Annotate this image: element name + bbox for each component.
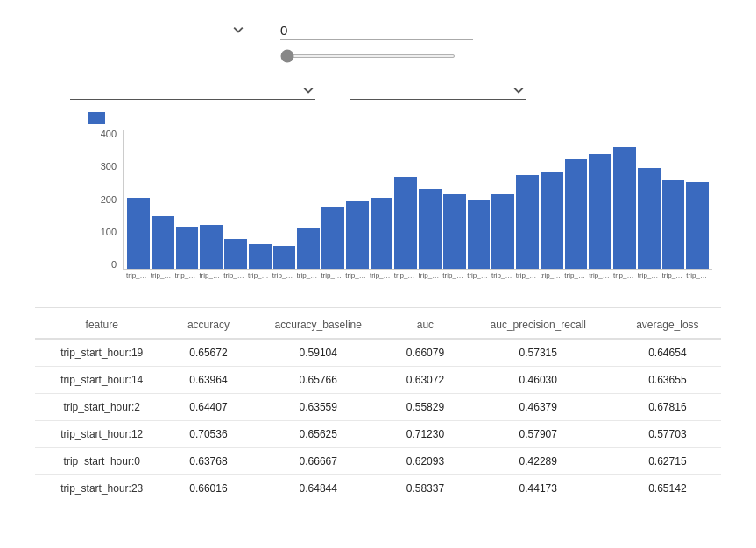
visualization-dropdown-arrow — [233, 25, 244, 35]
bar-2[interactable] — [176, 227, 199, 269]
bar-col-22 — [662, 130, 685, 269]
table-row: trip_start_hour:190.656720.591040.660790… — [35, 339, 721, 367]
bar-col-3 — [200, 130, 223, 269]
table-row: trip_start_hour:140.639640.657660.630720… — [35, 367, 721, 394]
table-cell-r5-c0: trip_start_hour:23 — [35, 475, 168, 502]
bar-22[interactable] — [662, 180, 685, 269]
table-cell-r2-c5: 0.67816 — [614, 394, 721, 421]
bar-col-18 — [565, 130, 588, 269]
table-cell-r1-c0: trip_start_hour:14 — [35, 367, 168, 394]
table-cell-r4-c4: 0.42289 — [463, 448, 614, 475]
x-label-0: trip_s... — [126, 271, 149, 279]
table-cell-r1-c3: 0.63072 — [388, 367, 463, 394]
table-row: trip_start_hour:120.705360.656250.712300… — [35, 421, 721, 448]
table-cell-r3-c3: 0.71230 — [388, 421, 463, 448]
bar-13[interactable] — [443, 194, 466, 269]
y-label-300: 300 — [101, 162, 117, 172]
x-label-19: trip_s... — [589, 271, 611, 279]
sortby-dropdown-arrow — [513, 85, 524, 95]
table-cell-r2-c3: 0.55829 — [388, 394, 463, 421]
bar-11[interactable] — [394, 177, 417, 269]
table-cell-r1-c4: 0.46030 — [463, 367, 614, 394]
bar-3[interactable] — [200, 225, 223, 269]
bar-5[interactable] — [249, 244, 272, 269]
threshold-input[interactable] — [280, 21, 473, 40]
table-row: trip_start_hour:20.644070.635590.558290.… — [35, 394, 721, 421]
sortby-dropdown[interactable] — [350, 81, 526, 100]
bar-16[interactable] — [516, 175, 539, 269]
x-label-10: trip_s... — [370, 271, 392, 279]
x-label-22: trip_s... — [662, 271, 685, 279]
bar-18[interactable] — [565, 159, 588, 269]
bar-12[interactable] — [419, 189, 442, 269]
bar-8[interactable] — [321, 207, 344, 269]
x-label-8: trip_s... — [321, 271, 343, 279]
table-cell-r0-c5: 0.64654 — [614, 339, 721, 367]
table-cell-r1-c5: 0.63655 — [614, 367, 721, 394]
table-cell-r5-c2: 0.64844 — [248, 475, 388, 502]
bar-7[interactable] — [297, 228, 320, 269]
x-label-20: trip_s... — [613, 271, 636, 279]
sortby-group — [350, 76, 526, 100]
bar-19[interactable] — [589, 154, 611, 269]
table-cell-r3-c4: 0.57907 — [463, 421, 614, 448]
bar-10[interactable] — [371, 198, 393, 269]
legend-color-box — [88, 112, 105, 124]
bar-4[interactable] — [224, 239, 247, 269]
table-cell-r5-c1: 0.66016 — [168, 475, 248, 502]
table-cell-r4-c0: trip_start_hour:0 — [35, 448, 168, 475]
bar-col-19 — [589, 130, 611, 269]
bar-6[interactable] — [273, 246, 296, 269]
bar-col-13 — [443, 130, 466, 269]
bar-23[interactable] — [686, 182, 709, 269]
visualization-dropdown[interactable] — [70, 21, 245, 39]
bar-17[interactable] — [541, 172, 563, 269]
top-controls — [0, 0, 756, 69]
x-label-17: trip_s... — [541, 271, 563, 279]
bar-col-21 — [638, 130, 661, 269]
bar-9[interactable] — [346, 201, 369, 270]
col-header-feature: feature — [35, 312, 168, 339]
bar-col-12 — [419, 130, 442, 269]
bar-col-6 — [273, 130, 296, 269]
threshold-slider[interactable] — [280, 54, 456, 58]
threshold-group — [280, 16, 473, 60]
bar-col-20 — [613, 130, 636, 269]
table-cell-r5-c5: 0.65142 — [614, 475, 721, 502]
x-label-21: trip_s... — [638, 271, 661, 279]
bar-1[interactable] — [152, 216, 174, 269]
bar-21[interactable] — [638, 168, 661, 269]
show-dropdown[interactable] — [70, 81, 315, 100]
bar-14[interactable] — [468, 200, 491, 270]
table-cell-r4-c1: 0.63768 — [168, 448, 248, 475]
x-label-5: trip_s... — [248, 271, 271, 279]
bar-col-11 — [394, 130, 417, 269]
bar-15[interactable] — [491, 194, 514, 269]
bars-wrapper — [123, 130, 712, 270]
bar-col-15 — [491, 130, 514, 269]
table-cell-r0-c2: 0.59104 — [248, 339, 388, 367]
chart-section: 0 100 200 300 400 trip_s...trip_s...trip… — [0, 105, 756, 295]
table-cell-r0-c3: 0.66079 — [388, 339, 463, 367]
table-cell-r4-c3: 0.62093 — [388, 448, 463, 475]
table-row: trip_start_hour:00.637680.666670.620930.… — [35, 448, 721, 475]
bar-col-14 — [468, 130, 491, 269]
table-cell-r3-c1: 0.70536 — [168, 421, 248, 448]
bar-col-2 — [176, 130, 199, 269]
col-header-average_loss: average_loss — [614, 312, 721, 339]
table-divider — [35, 307, 721, 308]
table-cell-r3-c2: 0.65625 — [248, 421, 388, 448]
x-label-3: trip_s... — [199, 271, 222, 279]
y-label-400: 400 — [101, 130, 117, 139]
bar-20[interactable] — [613, 147, 636, 269]
table-header-row: featureaccuracyaccuracy_baselineaucauc_p… — [35, 312, 721, 339]
x-label-9: trip_s... — [345, 271, 368, 279]
visualization-group — [70, 16, 245, 39]
bar-0[interactable] — [127, 198, 150, 269]
table-cell-r1-c2: 0.65766 — [248, 367, 388, 394]
table-cell-r3-c5: 0.57703 — [614, 421, 721, 448]
col-header-accuracy_baseline: accuracy_baseline — [248, 312, 388, 339]
bar-col-4 — [224, 130, 247, 269]
bar-col-5 — [249, 130, 272, 269]
second-row-controls — [0, 69, 756, 105]
